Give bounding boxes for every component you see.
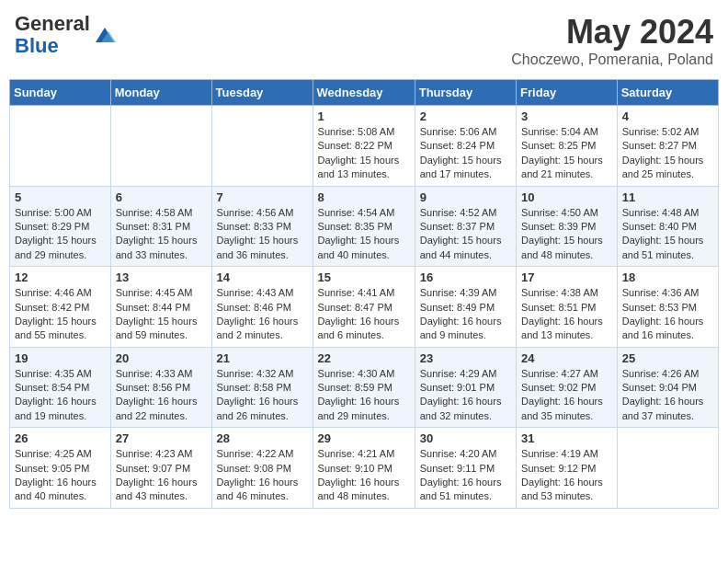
calendar-cell: 12Sunrise: 4:46 AMSunset: 8:42 PMDayligh… bbox=[10, 267, 111, 348]
day-info: Sunrise: 4:29 AMSunset: 9:01 PMDaylight:… bbox=[420, 367, 511, 424]
day-number: 10 bbox=[521, 190, 612, 204]
calendar-cell: 9Sunrise: 4:52 AMSunset: 8:37 PMDaylight… bbox=[415, 186, 516, 267]
day-info: Sunrise: 4:41 AMSunset: 8:47 PMDaylight:… bbox=[318, 286, 410, 343]
day-info: Sunrise: 4:52 AMSunset: 8:37 PMDaylight:… bbox=[420, 206, 511, 263]
day-info: Sunrise: 5:06 AMSunset: 8:24 PMDaylight:… bbox=[420, 125, 511, 182]
main-title: May 2024 bbox=[511, 13, 713, 52]
calendar-cell: 21Sunrise: 4:32 AMSunset: 8:58 PMDayligh… bbox=[211, 347, 313, 428]
calendar-cell: 7Sunrise: 4:56 AMSunset: 8:33 PMDaylight… bbox=[211, 186, 313, 267]
calendar-cell: 31Sunrise: 4:19 AMSunset: 9:12 PMDayligh… bbox=[517, 428, 618, 509]
calendar-cell: 6Sunrise: 4:58 AMSunset: 8:31 PMDaylight… bbox=[110, 186, 211, 267]
day-info: Sunrise: 4:50 AMSunset: 8:39 PMDaylight:… bbox=[521, 206, 612, 263]
weekday-header-wednesday: Wednesday bbox=[313, 80, 415, 106]
day-number: 16 bbox=[420, 270, 511, 284]
calendar-cell: 13Sunrise: 4:45 AMSunset: 8:44 PMDayligh… bbox=[110, 267, 211, 348]
calendar-week-row: 1Sunrise: 5:08 AMSunset: 8:22 PMDaylight… bbox=[10, 106, 719, 187]
calendar-cell: 18Sunrise: 4:36 AMSunset: 8:53 PMDayligh… bbox=[617, 267, 718, 348]
logo-blue-text: Blue bbox=[15, 34, 59, 57]
logo: General Blue bbox=[15, 13, 118, 57]
calendar-week-row: 19Sunrise: 4:35 AMSunset: 8:54 PMDayligh… bbox=[10, 347, 719, 428]
calendar-cell bbox=[110, 106, 211, 187]
day-info: Sunrise: 4:35 AMSunset: 8:54 PMDaylight:… bbox=[15, 367, 106, 424]
day-number: 7 bbox=[217, 190, 308, 204]
calendar-cell: 24Sunrise: 4:27 AMSunset: 9:02 PMDayligh… bbox=[517, 347, 618, 428]
day-number: 24 bbox=[521, 351, 612, 365]
day-number: 25 bbox=[622, 351, 713, 365]
day-info: Sunrise: 4:22 AMSunset: 9:08 PMDaylight:… bbox=[217, 447, 308, 504]
day-info: Sunrise: 4:26 AMSunset: 9:04 PMDaylight:… bbox=[622, 367, 713, 424]
calendar-cell: 27Sunrise: 4:23 AMSunset: 9:07 PMDayligh… bbox=[110, 428, 211, 509]
day-number: 26 bbox=[15, 431, 106, 445]
calendar-cell: 5Sunrise: 5:00 AMSunset: 8:29 PMDaylight… bbox=[10, 186, 111, 267]
day-info: Sunrise: 5:04 AMSunset: 8:25 PMDaylight:… bbox=[521, 125, 612, 182]
logo-general-text: General bbox=[15, 12, 90, 35]
day-info: Sunrise: 4:30 AMSunset: 8:59 PMDaylight:… bbox=[318, 367, 410, 424]
day-number: 18 bbox=[622, 270, 713, 284]
day-info: Sunrise: 4:20 AMSunset: 9:11 PMDaylight:… bbox=[420, 447, 511, 504]
calendar-cell: 11Sunrise: 4:48 AMSunset: 8:40 PMDayligh… bbox=[617, 186, 718, 267]
day-number: 14 bbox=[217, 270, 308, 284]
day-info: Sunrise: 4:54 AMSunset: 8:35 PMDaylight:… bbox=[318, 206, 410, 263]
day-number: 1 bbox=[318, 109, 410, 123]
calendar-cell: 25Sunrise: 4:26 AMSunset: 9:04 PMDayligh… bbox=[617, 347, 718, 428]
day-number: 31 bbox=[521, 431, 612, 445]
weekday-header-saturday: Saturday bbox=[617, 80, 718, 106]
calendar-cell: 1Sunrise: 5:08 AMSunset: 8:22 PMDaylight… bbox=[313, 106, 415, 187]
weekday-header-tuesday: Tuesday bbox=[211, 80, 313, 106]
day-info: Sunrise: 4:33 AMSunset: 8:56 PMDaylight:… bbox=[116, 367, 207, 424]
day-number: 12 bbox=[15, 270, 106, 284]
day-number: 3 bbox=[521, 109, 612, 123]
day-number: 27 bbox=[116, 431, 207, 445]
day-info: Sunrise: 4:46 AMSunset: 8:42 PMDaylight:… bbox=[15, 286, 106, 343]
calendar-table: SundayMondayTuesdayWednesdayThursdayFrid… bbox=[9, 79, 719, 509]
weekday-header-monday: Monday bbox=[110, 80, 211, 106]
day-number: 8 bbox=[318, 190, 410, 204]
day-info: Sunrise: 4:23 AMSunset: 9:07 PMDaylight:… bbox=[116, 447, 207, 504]
day-number: 5 bbox=[15, 190, 106, 204]
calendar-cell: 14Sunrise: 4:43 AMSunset: 8:46 PMDayligh… bbox=[211, 267, 313, 348]
day-info: Sunrise: 4:32 AMSunset: 8:58 PMDaylight:… bbox=[217, 367, 308, 424]
calendar-cell: 4Sunrise: 5:02 AMSunset: 8:27 PMDaylight… bbox=[617, 106, 718, 187]
weekday-header-row: SundayMondayTuesdayWednesdayThursdayFrid… bbox=[10, 80, 719, 106]
calendar-cell: 10Sunrise: 4:50 AMSunset: 8:39 PMDayligh… bbox=[517, 186, 618, 267]
calendar-cell: 17Sunrise: 4:38 AMSunset: 8:51 PMDayligh… bbox=[517, 267, 618, 348]
calendar-cell: 3Sunrise: 5:04 AMSunset: 8:25 PMDaylight… bbox=[517, 106, 618, 187]
day-info: Sunrise: 4:58 AMSunset: 8:31 PMDaylight:… bbox=[116, 206, 207, 263]
day-number: 29 bbox=[318, 431, 410, 445]
day-info: Sunrise: 4:19 AMSunset: 9:12 PMDaylight:… bbox=[521, 447, 612, 504]
day-info: Sunrise: 4:39 AMSunset: 8:49 PMDaylight:… bbox=[420, 286, 511, 343]
calendar-cell: 16Sunrise: 4:39 AMSunset: 8:49 PMDayligh… bbox=[415, 267, 516, 348]
calendar-cell: 19Sunrise: 4:35 AMSunset: 8:54 PMDayligh… bbox=[10, 347, 111, 428]
weekday-header-friday: Friday bbox=[517, 80, 618, 106]
day-info: Sunrise: 4:48 AMSunset: 8:40 PMDaylight:… bbox=[622, 206, 713, 263]
calendar-cell: 20Sunrise: 4:33 AMSunset: 8:56 PMDayligh… bbox=[110, 347, 211, 428]
day-info: Sunrise: 4:56 AMSunset: 8:33 PMDaylight:… bbox=[217, 206, 308, 263]
page-header: General Blue May 2024 Choczewo, Pomerani… bbox=[9, 9, 719, 72]
day-number: 11 bbox=[622, 190, 713, 204]
calendar-week-row: 5Sunrise: 5:00 AMSunset: 8:29 PMDaylight… bbox=[10, 186, 719, 267]
weekday-header-sunday: Sunday bbox=[10, 80, 111, 106]
day-number: 22 bbox=[318, 351, 410, 365]
day-info: Sunrise: 5:08 AMSunset: 8:22 PMDaylight:… bbox=[318, 125, 410, 182]
day-info: Sunrise: 5:00 AMSunset: 8:29 PMDaylight:… bbox=[15, 206, 106, 263]
day-info: Sunrise: 4:21 AMSunset: 9:10 PMDaylight:… bbox=[318, 447, 410, 504]
day-number: 4 bbox=[622, 109, 713, 123]
weekday-header-thursday: Thursday bbox=[415, 80, 516, 106]
calendar-cell: 8Sunrise: 4:54 AMSunset: 8:35 PMDaylight… bbox=[313, 186, 415, 267]
calendar-cell: 29Sunrise: 4:21 AMSunset: 9:10 PMDayligh… bbox=[313, 428, 415, 509]
calendar-cell: 23Sunrise: 4:29 AMSunset: 9:01 PMDayligh… bbox=[415, 347, 516, 428]
day-number: 15 bbox=[318, 270, 410, 284]
day-info: Sunrise: 4:45 AMSunset: 8:44 PMDaylight:… bbox=[116, 286, 207, 343]
day-info: Sunrise: 4:43 AMSunset: 8:46 PMDaylight:… bbox=[217, 286, 308, 343]
calendar-cell: 2Sunrise: 5:06 AMSunset: 8:24 PMDaylight… bbox=[415, 106, 516, 187]
day-number: 21 bbox=[217, 351, 308, 365]
day-number: 20 bbox=[116, 351, 207, 365]
day-number: 19 bbox=[15, 351, 106, 365]
subtitle: Choczewo, Pomerania, Poland bbox=[511, 52, 713, 68]
calendar-cell bbox=[617, 428, 718, 509]
calendar-cell: 28Sunrise: 4:22 AMSunset: 9:08 PMDayligh… bbox=[211, 428, 313, 509]
day-number: 9 bbox=[420, 190, 511, 204]
day-info: Sunrise: 4:27 AMSunset: 9:02 PMDaylight:… bbox=[521, 367, 612, 424]
calendar-cell: 30Sunrise: 4:20 AMSunset: 9:11 PMDayligh… bbox=[415, 428, 516, 509]
day-number: 30 bbox=[420, 431, 511, 445]
